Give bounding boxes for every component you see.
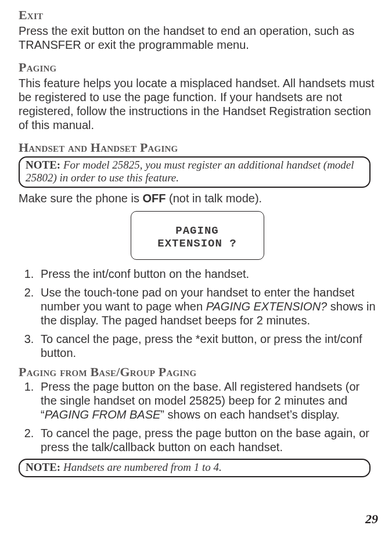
heading-handset-paging: Handset and Handset Paging (19, 140, 376, 155)
list-item: To cancel the page, press the page butto… (37, 426, 376, 454)
heading-exit: Exit (19, 8, 376, 23)
off-post: (not in talk mode). (166, 192, 262, 205)
list-item: Press the page button on the base. All r… (37, 380, 376, 421)
list-item: Use the touch-tone pad on your handset t… (37, 285, 376, 327)
step2-ital: PAGING EXTENSION? (206, 300, 328, 313)
note-label: NOTE: (26, 159, 60, 171)
bp-step1-post: ” shows on each handset’s display. (160, 408, 339, 421)
lcd-display: PAGING EXTENSION ? (131, 211, 264, 260)
off-bold: OFF (142, 192, 166, 205)
note-text-base: NOTE: Handsets are numbered from 1 to 4. (26, 461, 364, 474)
manual-page: Exit Press the exit button on the handse… (0, 0, 392, 536)
note-body: Handsets are numbered from 1 to 4. (60, 461, 222, 473)
note-body: For model 25825, you must register an ad… (26, 159, 354, 184)
off-pre: Make sure the phone is (19, 192, 142, 205)
lcd-line-2: EXTENSION ? (157, 237, 236, 250)
heading-base-paging: Paging from Base/Group Paging (19, 365, 376, 380)
bp-step1-ital: PAGING FROM BASE (45, 408, 161, 421)
list-item: Press the int/conf button on the handset… (37, 267, 376, 281)
note-label: NOTE: (26, 461, 60, 473)
off-check-line: Make sure the phone is OFF (not in talk … (19, 191, 376, 205)
heading-paging: Paging (19, 60, 376, 75)
list-item: To cancel the page, press the *exit butt… (37, 332, 376, 360)
lcd-line-1: PAGING (175, 224, 218, 237)
body-exit: Press the exit button on the handset to … (19, 24, 376, 52)
page-number: 29 (365, 512, 378, 527)
body-paging: This feature helps you locate a misplace… (19, 76, 376, 132)
base-paging-steps: Press the page button on the base. All r… (19, 380, 376, 454)
note-box-base: NOTE: Handsets are numbered from 1 to 4. (19, 459, 371, 477)
note-text-handset: NOTE: For model 25825, you must register… (26, 159, 364, 184)
note-box-handset: NOTE: For model 25825, you must register… (19, 156, 371, 188)
handset-paging-steps: Press the int/conf button on the handset… (19, 267, 376, 360)
